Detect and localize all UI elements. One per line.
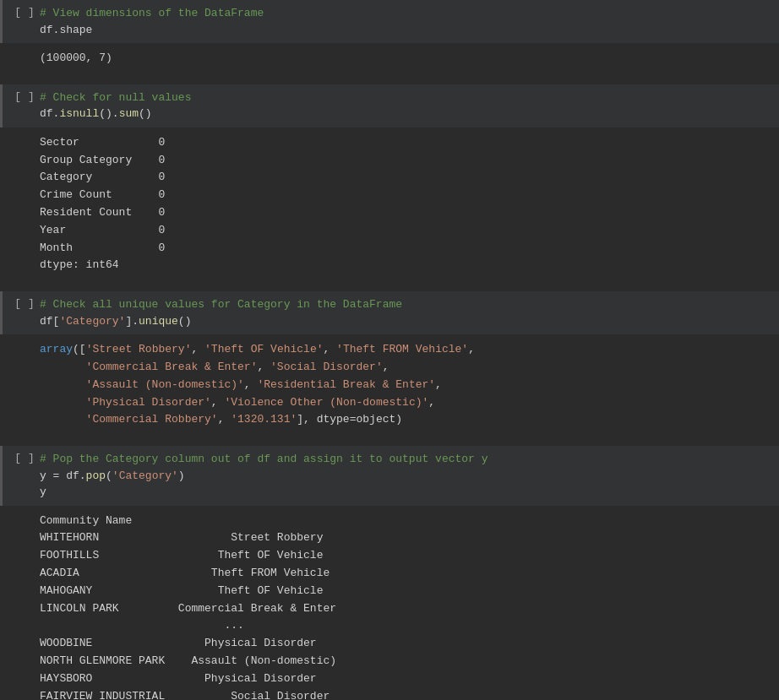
cell-4-line3: y: [40, 486, 46, 498]
cell-2: [ ] # Check for null values df.isnull().…: [0, 84, 779, 281]
cell-3-line2: df['Category'].unique(): [40, 315, 191, 328]
cell-1-code[interactable]: # View dimensions of the DataFrame df.sh…: [40, 5, 772, 38]
cell-2-line2: df.isnull().sum(): [40, 107, 152, 120]
cell-1-input[interactable]: [ ] # View dimensions of the DataFrame d…: [0, 0, 779, 43]
cell-3-code[interactable]: # Check all unique values for Category i…: [40, 296, 772, 329]
cell-2-input[interactable]: [ ] # Check for null values df.isnull().…: [0, 84, 779, 128]
cell-4-comment: # Pop the Category column out of df and …: [40, 453, 488, 465]
cell-3: [ ] # Check all unique values for Catego…: [0, 291, 779, 436]
cell-3-comment: # Check all unique values for Category i…: [40, 298, 402, 311]
notebook: [ ] # View dimensions of the DataFrame d…: [0, 0, 779, 700]
cell-4: [ ] # Pop the Category column out of df …: [0, 446, 779, 700]
cell-4-code[interactable]: # Pop the Category column out of df and …: [40, 451, 772, 501]
cell-4-line2: y = df.pop('Category'): [40, 469, 185, 482]
cell-1-bracket: [ ]: [9, 5, 40, 19]
cell-4-output: Community Name WHITEHORN Street Robbery …: [0, 506, 779, 700]
cell-3-input[interactable]: [ ] # Check all unique values for Catego…: [0, 291, 779, 334]
cell-3-output: array(['Street Robbery', 'Theft OF Vehic…: [0, 334, 779, 436]
cell-1-output: (100000, 7): [0, 43, 779, 74]
cell-2-bracket: [ ]: [9, 90, 40, 103]
cell-3-bracket: [ ]: [9, 296, 40, 310]
cell-2-output: Sector 0 Group Category 0 Category 0 Cri…: [0, 128, 779, 281]
cell-2-code[interactable]: # Check for null values df.isnull().sum(…: [40, 90, 772, 122]
cell-2-comment: # Check for null values: [40, 91, 191, 104]
cell-4-bracket: [ ]: [9, 451, 40, 464]
cell-1-line2: df.shape: [40, 24, 92, 36]
cell-1-comment: # View dimensions of the DataFrame: [40, 7, 264, 19]
cell-4-input[interactable]: [ ] # Pop the Category column out of df …: [0, 446, 779, 506]
cell-1: [ ] # View dimensions of the DataFrame d…: [0, 0, 779, 74]
